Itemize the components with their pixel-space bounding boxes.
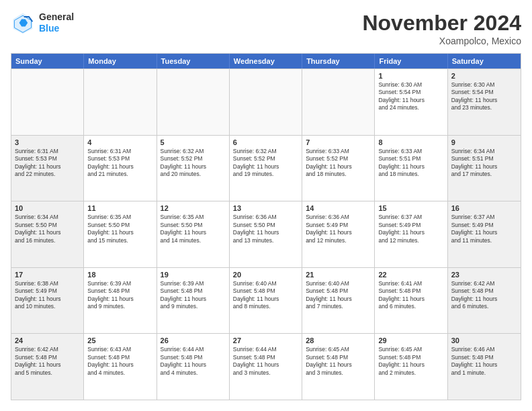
page: General Blue November 2024 Xoampolco, Me… (0, 0, 532, 411)
title-block: November 2024 Xoampolco, Mexico (362, 11, 521, 46)
cell-text: Sunrise: 6:40 AM Sunset: 5:48 PM Dayligh… (306, 280, 371, 311)
calendar-cell: 9Sunrise: 6:34 AM Sunset: 5:51 PM Daylig… (448, 136, 521, 201)
calendar-cell: 5Sunrise: 6:32 AM Sunset: 5:52 PM Daylig… (157, 136, 230, 201)
cell-text: Sunrise: 6:42 AM Sunset: 5:48 PM Dayligh… (451, 280, 517, 311)
day-header: Tuesday (157, 54, 230, 68)
calendar-cell (230, 69, 302, 135)
day-header: Friday (375, 54, 447, 68)
cell-text: Sunrise: 6:39 AM Sunset: 5:48 PM Dayligh… (161, 280, 226, 311)
calendar-cell: 20Sunrise: 6:40 AM Sunset: 5:48 PM Dayli… (230, 268, 302, 334)
logo-blue: Blue (39, 23, 59, 34)
day-number: 7 (306, 138, 371, 146)
cell-text: Sunrise: 6:44 AM Sunset: 5:48 PM Dayligh… (233, 346, 298, 377)
cell-text: Sunrise: 6:37 AM Sunset: 5:49 PM Dayligh… (378, 214, 443, 244)
calendar-cell: 10Sunrise: 6:34 AM Sunset: 5:50 PM Dayli… (11, 201, 84, 267)
day-number: 30 (451, 336, 517, 345)
calendar-cell: 21Sunrise: 6:40 AM Sunset: 5:48 PM Dayli… (302, 268, 375, 334)
calendar-cell: 3Sunrise: 6:31 AM Sunset: 5:53 PM Daylig… (11, 136, 84, 201)
calendar-cell: 26Sunrise: 6:44 AM Sunset: 5:48 PM Dayli… (157, 334, 230, 400)
cell-text: Sunrise: 6:30 AM Sunset: 5:54 PM Dayligh… (378, 81, 443, 112)
day-number: 11 (87, 204, 152, 212)
calendar-cell: 7Sunrise: 6:33 AM Sunset: 5:52 PM Daylig… (302, 136, 375, 201)
cell-text: Sunrise: 6:31 AM Sunset: 5:53 PM Dayligh… (15, 148, 80, 179)
day-number: 8 (378, 138, 443, 146)
cell-text: Sunrise: 6:30 AM Sunset: 5:54 PM Dayligh… (451, 81, 517, 112)
day-number: 13 (233, 204, 298, 212)
calendar-cell: 15Sunrise: 6:37 AM Sunset: 5:49 PM Dayli… (375, 201, 447, 267)
calendar-cell (157, 69, 230, 135)
calendar-cell: 29Sunrise: 6:45 AM Sunset: 5:48 PM Dayli… (375, 334, 447, 400)
day-number: 15 (378, 204, 443, 212)
calendar-cell: 22Sunrise: 6:41 AM Sunset: 5:48 PM Dayli… (375, 268, 447, 334)
day-number: 4 (87, 138, 152, 146)
calendar-cell: 4Sunrise: 6:31 AM Sunset: 5:53 PM Daylig… (84, 136, 157, 201)
day-header: Thursday (302, 54, 375, 68)
day-headers: SundayMondayTuesdayWednesdayThursdayFrid… (11, 54, 521, 68)
calendar-cell: 19Sunrise: 6:39 AM Sunset: 5:48 PM Dayli… (157, 268, 230, 334)
logo: General Blue (11, 11, 74, 35)
day-number: 12 (161, 204, 226, 212)
logo-text: General Blue (39, 11, 74, 34)
header: General Blue November 2024 Xoampolco, Me… (11, 11, 521, 46)
calendar-cell: 16Sunrise: 6:37 AM Sunset: 5:49 PM Dayli… (448, 201, 521, 267)
day-header: Wednesday (230, 54, 302, 68)
day-number: 9 (451, 138, 517, 146)
day-header: Saturday (448, 54, 521, 68)
day-number: 21 (306, 271, 371, 279)
cell-text: Sunrise: 6:40 AM Sunset: 5:48 PM Dayligh… (233, 280, 298, 311)
cell-text: Sunrise: 6:32 AM Sunset: 5:52 PM Dayligh… (233, 148, 298, 179)
day-number: 1 (378, 72, 443, 80)
calendar-cell: 17Sunrise: 6:38 AM Sunset: 5:49 PM Dayli… (11, 268, 84, 334)
location: Xoampolco, Mexico (362, 36, 521, 46)
day-header: Sunday (11, 54, 84, 68)
week-row: 3Sunrise: 6:31 AM Sunset: 5:53 PM Daylig… (11, 135, 521, 201)
calendar-cell: 1Sunrise: 6:30 AM Sunset: 5:54 PM Daylig… (375, 69, 447, 135)
cell-text: Sunrise: 6:34 AM Sunset: 5:50 PM Dayligh… (15, 214, 80, 244)
week-row: 1Sunrise: 6:30 AM Sunset: 5:54 PM Daylig… (11, 68, 521, 135)
cell-text: Sunrise: 6:35 AM Sunset: 5:50 PM Dayligh… (87, 214, 152, 244)
cell-text: Sunrise: 6:46 AM Sunset: 5:48 PM Dayligh… (451, 346, 517, 377)
cell-text: Sunrise: 6:38 AM Sunset: 5:49 PM Dayligh… (15, 280, 80, 311)
calendar-cell (302, 69, 375, 135)
cell-text: Sunrise: 6:41 AM Sunset: 5:48 PM Dayligh… (378, 280, 443, 311)
calendar-cell: 8Sunrise: 6:33 AM Sunset: 5:51 PM Daylig… (375, 136, 447, 201)
logo-icon (11, 11, 35, 35)
calendar-cell: 27Sunrise: 6:44 AM Sunset: 5:48 PM Dayli… (230, 334, 302, 400)
day-number: 23 (451, 271, 517, 279)
day-number: 6 (233, 138, 298, 146)
calendar-cell (84, 69, 157, 135)
month-title: November 2024 (362, 11, 521, 36)
week-row: 10Sunrise: 6:34 AM Sunset: 5:50 PM Dayli… (11, 201, 521, 267)
logo-general: General (39, 11, 74, 22)
cell-text: Sunrise: 6:34 AM Sunset: 5:51 PM Dayligh… (451, 148, 517, 179)
week-row: 24Sunrise: 6:42 AM Sunset: 5:48 PM Dayli… (11, 333, 521, 400)
cell-text: Sunrise: 6:32 AM Sunset: 5:52 PM Dayligh… (161, 148, 226, 179)
calendar-cell: 25Sunrise: 6:43 AM Sunset: 5:48 PM Dayli… (84, 334, 157, 400)
calendar-cell: 24Sunrise: 6:42 AM Sunset: 5:48 PM Dayli… (11, 334, 84, 400)
day-number: 17 (15, 271, 80, 279)
calendar: SundayMondayTuesdayWednesdayThursdayFrid… (11, 53, 521, 400)
day-number: 14 (306, 204, 371, 212)
week-row: 17Sunrise: 6:38 AM Sunset: 5:49 PM Dayli… (11, 267, 521, 334)
calendar-cell: 12Sunrise: 6:35 AM Sunset: 5:50 PM Dayli… (157, 201, 230, 267)
cell-text: Sunrise: 6:31 AM Sunset: 5:53 PM Dayligh… (87, 148, 152, 179)
cell-text: Sunrise: 6:36 AM Sunset: 5:50 PM Dayligh… (233, 214, 298, 244)
day-header: Monday (84, 54, 157, 68)
calendar-cell: 2Sunrise: 6:30 AM Sunset: 5:54 PM Daylig… (448, 69, 521, 135)
cell-text: Sunrise: 6:45 AM Sunset: 5:48 PM Dayligh… (378, 346, 443, 377)
day-number: 2 (451, 72, 517, 80)
day-number: 27 (233, 336, 298, 345)
day-number: 19 (161, 271, 226, 279)
day-number: 22 (378, 271, 443, 279)
day-number: 10 (15, 204, 80, 212)
calendar-cell (11, 69, 84, 135)
calendar-cell: 23Sunrise: 6:42 AM Sunset: 5:48 PM Dayli… (448, 268, 521, 334)
day-number: 24 (15, 336, 80, 345)
day-number: 29 (378, 336, 443, 345)
calendar-cell: 14Sunrise: 6:36 AM Sunset: 5:49 PM Dayli… (302, 201, 375, 267)
cell-text: Sunrise: 6:35 AM Sunset: 5:50 PM Dayligh… (161, 214, 226, 244)
calendar-cell: 30Sunrise: 6:46 AM Sunset: 5:48 PM Dayli… (448, 334, 521, 400)
cell-text: Sunrise: 6:36 AM Sunset: 5:49 PM Dayligh… (306, 214, 371, 244)
cell-text: Sunrise: 6:44 AM Sunset: 5:48 PM Dayligh… (161, 346, 226, 377)
cell-text: Sunrise: 6:33 AM Sunset: 5:51 PM Dayligh… (378, 148, 443, 179)
